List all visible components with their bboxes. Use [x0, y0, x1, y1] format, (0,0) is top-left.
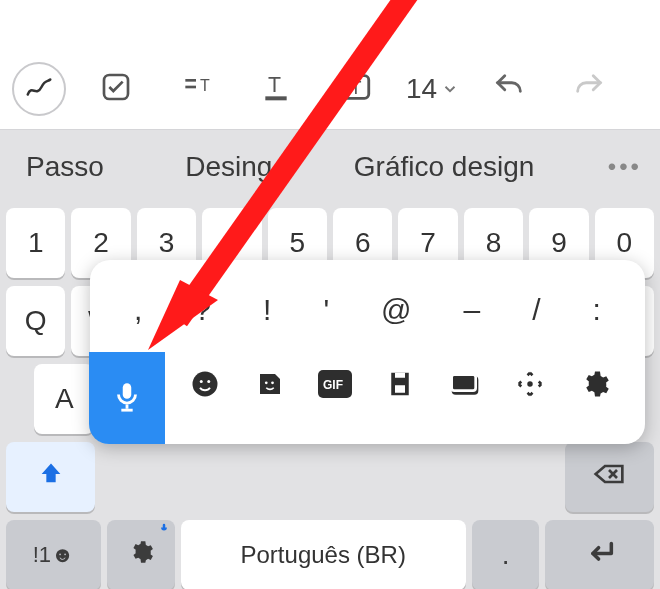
- mic-hint-icon: [159, 522, 169, 536]
- list-format-button[interactable]: T: [166, 59, 226, 119]
- popup-sym-colon[interactable]: :: [593, 293, 601, 327]
- popup-icon-row: GIF: [108, 346, 627, 426]
- popup-sticker-button[interactable]: [248, 364, 292, 408]
- text-color-icon: T: [260, 71, 292, 107]
- svg-point-13: [265, 381, 268, 384]
- svg-rect-5: [265, 96, 286, 100]
- popup-sym-slash[interactable]: /: [532, 293, 540, 327]
- svg-rect-18: [395, 385, 405, 393]
- popup-gif-button[interactable]: GIF: [313, 364, 357, 408]
- app-toolbar: T T T 14: [0, 0, 660, 130]
- key-1[interactable]: 1: [6, 208, 65, 278]
- svg-text:T: T: [268, 73, 281, 97]
- text-box-icon: T: [339, 70, 373, 108]
- svg-point-23: [528, 383, 531, 386]
- list-format-icon: T: [180, 71, 212, 107]
- key-a[interactable]: A: [34, 364, 94, 434]
- emoji-icon: [190, 369, 220, 403]
- popup-emoji-button[interactable]: [183, 364, 227, 408]
- svg-point-14: [271, 381, 274, 384]
- popup-sym-apos[interactable]: ': [323, 293, 329, 327]
- redo-icon: [572, 70, 606, 108]
- font-size-value: 14: [406, 73, 437, 105]
- suggestion-3[interactable]: Gráfico design: [346, 147, 543, 187]
- svg-rect-24: [126, 405, 129, 409]
- key-enter[interactable]: [545, 520, 654, 589]
- popup-sym-at[interactable]: @: [381, 293, 411, 327]
- popup-sym-comma[interactable]: ,: [134, 293, 142, 327]
- gear-icon: [580, 369, 610, 403]
- key-symbols[interactable]: !1☻: [6, 520, 101, 589]
- suggestion-bar: Passo Desing Gráfico design •••: [0, 130, 660, 204]
- undo-icon: [492, 70, 526, 108]
- suggestions-more-button[interactable]: •••: [608, 153, 642, 181]
- key-q[interactable]: Q: [6, 286, 65, 356]
- popup-keyboard-layout-button[interactable]: [443, 364, 487, 408]
- svg-rect-17: [395, 373, 405, 378]
- popup-sym-dash[interactable]: –: [464, 293, 481, 327]
- popup-sym-exclaim[interactable]: !: [263, 293, 271, 327]
- undo-button[interactable]: [479, 59, 539, 119]
- key-shift[interactable]: [6, 442, 95, 512]
- suggestion-1[interactable]: Passo: [18, 147, 112, 187]
- svg-text:GIF: GIF: [323, 378, 343, 392]
- microphone-icon: [110, 379, 144, 417]
- shift-row-spacer: [101, 442, 559, 512]
- svg-point-12: [208, 380, 211, 383]
- popup-resize-button[interactable]: [508, 364, 552, 408]
- svg-point-10: [193, 372, 218, 397]
- enter-icon: [583, 535, 617, 576]
- key-period[interactable]: .: [472, 520, 540, 589]
- gif-icon: GIF: [318, 370, 352, 402]
- svg-point-11: [200, 380, 203, 383]
- popup-clipboard-button[interactable]: [378, 364, 422, 408]
- key-space[interactable]: Português (BR): [181, 520, 466, 589]
- pen-tool-button[interactable]: [12, 62, 66, 116]
- text-color-button[interactable]: T: [246, 59, 306, 119]
- chevron-down-icon: [441, 73, 459, 105]
- keyboard-row-bottom: !1☻ Português (BR) .: [6, 520, 654, 589]
- key-backspace[interactable]: [565, 442, 654, 512]
- backspace-icon: [593, 458, 625, 497]
- keyboard-extras-popup: , ? ! ' @ – / : GIF: [90, 260, 645, 444]
- svg-text:T: T: [350, 77, 361, 98]
- pen-icon: [24, 72, 54, 106]
- shift-up-icon: [37, 460, 65, 495]
- sticker-icon: [255, 369, 285, 403]
- text-box-button[interactable]: T: [326, 59, 386, 119]
- clipboard-save-icon: [385, 369, 415, 403]
- svg-rect-20: [451, 375, 475, 391]
- svg-text:T: T: [200, 77, 210, 94]
- popup-sym-question[interactable]: ?: [194, 293, 211, 327]
- checkbox-button[interactable]: [86, 59, 146, 119]
- checkbox-icon: [100, 71, 132, 107]
- font-size-dropdown[interactable]: 14: [406, 73, 459, 105]
- keyboard-row-shift: [6, 442, 654, 512]
- gear-icon: [128, 539, 154, 572]
- suggestion-2[interactable]: Desing: [177, 147, 280, 187]
- key-keyboard-settings[interactable]: [107, 520, 175, 589]
- keyboard-layout-icon: [449, 368, 481, 404]
- resize-move-icon: [515, 369, 545, 403]
- svg-rect-25: [121, 409, 132, 412]
- popup-symbol-row: , ? ! ' @ – / :: [108, 274, 627, 346]
- popup-settings-button[interactable]: [573, 364, 617, 408]
- voice-input-button[interactable]: [89, 352, 165, 444]
- redo-button[interactable]: [559, 59, 619, 119]
